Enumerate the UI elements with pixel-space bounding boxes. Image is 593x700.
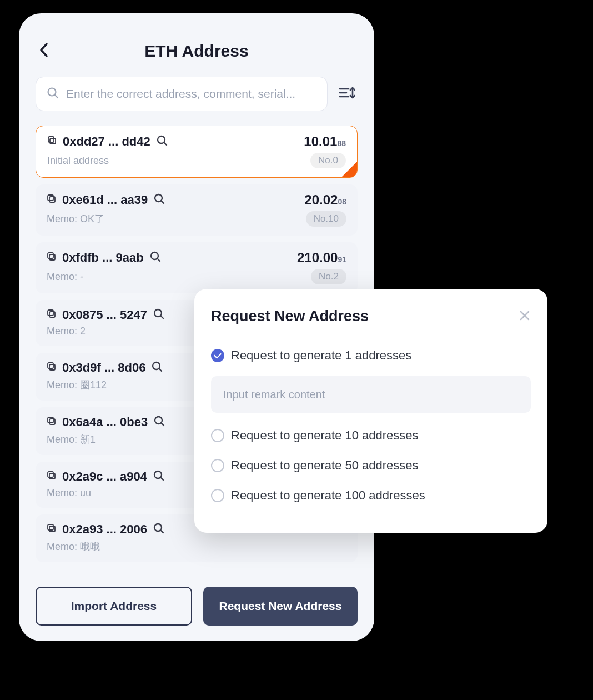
radio-icon[interactable] [211,349,224,362]
svg-rect-19 [49,473,55,479]
lookup-icon[interactable] [156,134,168,149]
svg-rect-16 [49,419,55,424]
memo-text: Memo: uu [47,487,91,499]
balance: 20.0208 [304,192,346,208]
search-row [36,77,358,111]
copy-icon[interactable] [47,309,57,321]
index-badge: No.2 [311,269,346,284]
request-new-address-modal: Request New Address Request to generate … [194,289,547,533]
radio-icon[interactable] [211,429,224,442]
svg-rect-8 [48,253,53,258]
import-address-button[interactable]: Import Address [36,587,192,626]
generate-option[interactable]: Request to generate 10 addresses [211,421,531,451]
close-icon[interactable] [519,309,531,324]
memo-text: Initial address [47,155,109,167]
modal-title: Request New Address [211,308,369,325]
copy-icon[interactable] [47,194,57,206]
memo-text: Memo: - [47,271,83,283]
request-new-address-button[interactable]: Request New Address [203,587,358,626]
lookup-icon[interactable] [153,193,165,207]
generate-option[interactable]: Request to generate 1 addresses [211,341,531,371]
svg-rect-17 [48,417,53,423]
memo-text: Memo: 哦哦 [47,540,100,553]
action-bar: Import Address Request New Address [36,587,358,626]
memo-text: Memo: 2 [47,326,86,337]
selected-corner-icon [341,162,357,177]
back-icon[interactable] [39,42,49,60]
search-box[interactable] [36,77,328,111]
svg-rect-14 [48,363,53,368]
modal-header: Request New Address [211,308,531,325]
index-badge: No.10 [306,211,346,227]
lookup-icon[interactable] [153,308,165,322]
address-text: 0x0875 ... 5247 [62,308,147,322]
svg-rect-10 [49,312,55,317]
copy-icon[interactable] [47,362,57,374]
copy-icon[interactable] [47,523,57,536]
address-text: 0x2a9c ... a904 [62,469,147,484]
radio-icon[interactable] [211,459,224,472]
address-text: 0x3d9f ... 8d06 [62,361,145,375]
sort-icon[interactable] [336,83,358,105]
svg-rect-22 [49,526,55,532]
option-label: Request to generate 10 addresses [231,428,419,443]
svg-rect-1 [50,138,56,144]
lookup-icon[interactable] [149,251,162,265]
address-text: 0x6a4a ... 0be3 [62,415,148,429]
address-text: 0xe61d ... aa39 [62,193,148,207]
address-card[interactable]: 0xe61d ... aa3920.0208Memo: OK了No.10 [36,184,358,236]
generate-option[interactable]: Request to generate 50 addresses [211,451,531,481]
memo-text: Memo: 圈112 [47,378,107,392]
balance: 210.0091 [297,250,346,266]
remark-input[interactable] [211,376,531,413]
lookup-icon[interactable] [153,522,165,537]
option-label: Request to generate 1 addresses [231,348,411,363]
svg-rect-11 [48,310,53,316]
page-title: ETH Address [36,42,358,61]
lookup-icon[interactable] [153,469,165,484]
address-text: 0xdd27 ... dd42 [63,134,150,149]
address-card[interactable]: 0xfdfb ... 9aab210.0091Memo: -No.2 [36,242,358,293]
svg-rect-7 [49,254,55,260]
index-badge: No.0 [310,153,346,168]
memo-text: Memo: 新1 [47,433,96,446]
balance: 10.0188 [304,134,346,149]
search-icon [46,86,59,102]
header: ETH Address [36,34,358,68]
option-label: Request to generate 50 addresses [231,458,419,473]
search-input[interactable] [66,87,317,101]
memo-text: Memo: OK了 [47,212,104,226]
copy-icon[interactable] [47,471,57,483]
copy-icon[interactable] [47,136,57,148]
generate-option[interactable]: Request to generate 100 addresses [211,481,531,511]
svg-rect-2 [48,137,54,142]
modal-options: Request to generate 1 addressesRequest t… [211,341,531,511]
copy-icon[interactable] [47,252,57,264]
svg-rect-13 [49,364,55,370]
address-text: 0x2a93 ... 2006 [62,522,147,537]
address-card[interactable]: 0xdd27 ... dd4210.0188Initial addressNo.… [36,126,358,178]
lookup-icon[interactable] [153,415,165,429]
svg-rect-20 [48,472,53,477]
svg-rect-23 [48,524,53,530]
svg-rect-4 [49,197,55,202]
lookup-icon[interactable] [151,361,163,375]
address-text: 0xfdfb ... 9aab [62,251,144,265]
option-label: Request to generate 100 addresses [231,488,425,503]
radio-icon[interactable] [211,489,224,502]
svg-rect-5 [48,195,53,201]
copy-icon[interactable] [47,416,57,428]
